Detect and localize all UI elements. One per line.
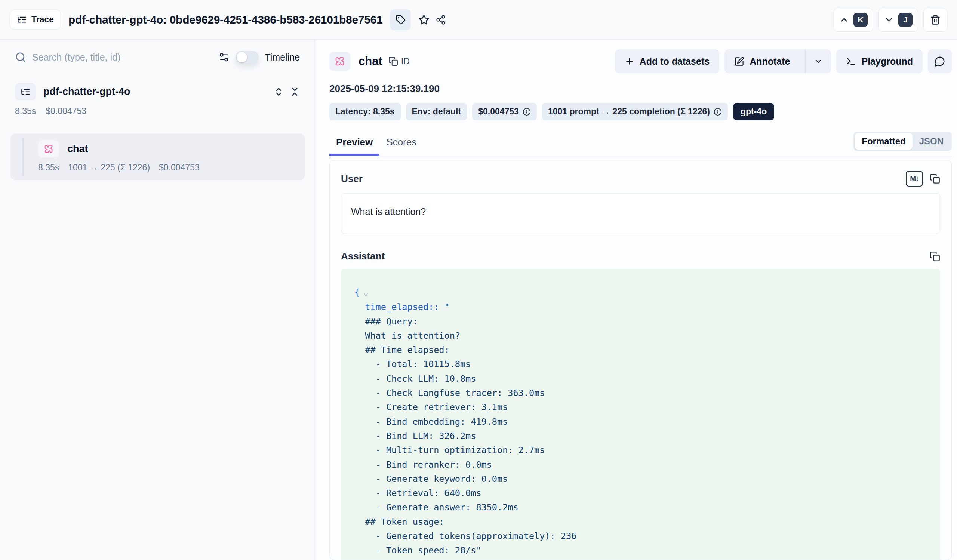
detail-tabs: Preview Scores Formatted JSON (329, 132, 952, 156)
generation-chip (329, 52, 350, 71)
tag-icon (395, 14, 406, 25)
search-icon (15, 52, 26, 63)
annotate-dropdown-button[interactable] (805, 49, 831, 73)
annotate-label: Annotate (750, 56, 790, 67)
generation-latency: 8.35s (38, 162, 59, 173)
format-option-json[interactable]: JSON (913, 133, 950, 150)
assistant-code: {⌄ time_elapsed:: " ### Query: What is a… (341, 269, 940, 560)
comments-button[interactable] (928, 49, 952, 73)
code-line: - Check Langfuse tracer: 363.0ms (354, 386, 927, 400)
user-section-header: User M↓ (341, 171, 940, 186)
page-title: pdf-chatter-gpt-4o: 0bde9629-4251-4386-b… (68, 13, 382, 26)
generation-tokens: 1001 → 225 (Σ 1226) (68, 162, 150, 173)
trace-tree-sidebar: Timeline pdf-chatter-gpt-4o (0, 39, 315, 560)
trash-icon (930, 14, 941, 25)
add-to-datasets-label: Add to datasets (640, 56, 710, 67)
code-line: - Generate answer: 8350.2ms (354, 500, 927, 514)
view-settings-icon[interactable] (218, 52, 229, 63)
previous-trace-button[interactable]: K (834, 8, 873, 32)
info-icon[interactable] (714, 108, 722, 116)
chevron-down-icon (884, 15, 894, 25)
tree-node-trace[interactable]: pdf-chatter-gpt-4o (10, 83, 305, 100)
code-line: - Token speed: 28/s" (354, 543, 927, 557)
copy-icon (388, 57, 398, 66)
code-line: time_elapsed:: " (354, 300, 927, 314)
copy-icon[interactable] (930, 174, 940, 184)
delete-trace-button[interactable] (923, 8, 947, 32)
collapse-all-icon[interactable] (290, 87, 300, 97)
observation-detail-panel: chat ID Add to datasets (315, 39, 957, 560)
trace-node-metrics: 8.35s $0.004753 (10, 106, 305, 116)
chevron-down-icon (814, 57, 823, 66)
annotate-button[interactable]: Annotate (725, 49, 800, 73)
trace-navigation: K J (834, 8, 947, 32)
add-to-datasets-button[interactable]: Add to datasets (615, 49, 720, 73)
code-line: ### Query: (354, 314, 927, 329)
code-line: - Multi-turn optimization: 2.7ms (354, 443, 927, 457)
generation-node-metrics: 8.35s 1001 → 225 (Σ 1226) $0.004753 (38, 162, 298, 173)
generation-node-label: chat (67, 143, 88, 155)
trace-tree: pdf-chatter-gpt-4o 8.35s $0.004753 (10, 83, 305, 180)
trace-node-chip (15, 83, 36, 100)
terminal-icon (846, 57, 856, 66)
trace-latency: 8.35s (15, 106, 36, 116)
list-tree-icon (21, 87, 31, 97)
observation-title: chat (358, 55, 382, 68)
code-line: - Generated tokens(approximately): 236 (354, 529, 927, 543)
list-tree-icon (17, 14, 27, 25)
expand-all-icon[interactable] (274, 87, 284, 97)
playground-button[interactable]: Playground (836, 49, 922, 73)
code-line: ## Token usage: (354, 515, 927, 529)
code-line: - Total: 10115.8ms (354, 357, 927, 371)
markdown-toggle-icon[interactable]: M↓ (906, 171, 923, 186)
observation-timestamp: 2025-05-09 12:15:39.190 (329, 83, 952, 95)
code-line: - Retrieval: 640.0ms (354, 486, 927, 500)
shortcut-key-j: J (898, 13, 913, 27)
copy-id-button[interactable]: ID (388, 57, 410, 66)
playground-label: Playground (861, 56, 913, 67)
assistant-section-header: Assistant (341, 251, 940, 262)
chevron-up-icon (839, 15, 849, 25)
timeline-toggle[interactable] (235, 51, 259, 63)
plus-icon (625, 57, 634, 66)
io-preview-container: User M↓ What is attention? Assistant (329, 160, 952, 560)
code-line: - Generate keyword: 0.0ms (354, 472, 927, 486)
code-line: What is attention? (354, 329, 927, 343)
share-button[interactable] (436, 14, 446, 25)
model-badge[interactable]: gpt-4o (733, 103, 774, 120)
code-line: - Bind embedding: 419.8ms (354, 415, 927, 429)
next-trace-button[interactable]: J (878, 8, 918, 32)
tree-node-chat-selected[interactable]: chat 8.35s 1001 → 225 (Σ 1226) $0.004753 (11, 134, 305, 180)
trace-type-chip: Trace (10, 10, 61, 30)
code-line: - Create retriever: 3.1ms (354, 400, 927, 414)
code-line: created_at: 1746818147.5406192 (354, 558, 927, 560)
latency-badge: Latency: 8.35s (329, 103, 401, 120)
info-icon[interactable] (523, 108, 531, 116)
code-line: {⌄ (354, 285, 927, 300)
generation-fan-icon (334, 56, 346, 67)
observation-header: chat ID Add to datasets (329, 49, 952, 73)
generation-node-chip (38, 140, 59, 158)
user-message-content: What is attention? (341, 193, 940, 234)
token-usage-badge: 1001 prompt → 225 completion (Σ 1226) (542, 103, 728, 120)
shortcut-key-k: K (853, 13, 868, 27)
tag-button[interactable] (390, 9, 411, 30)
topbar: Trace pdf-chatter-gpt-4o: 0bde9629-4251-… (0, 0, 957, 39)
share-icon (436, 14, 446, 25)
code-line: - Bind reranker: 0.0ms (354, 457, 927, 472)
trace-node-label: pdf-chatter-gpt-4o (43, 86, 130, 98)
star-button[interactable] (418, 14, 430, 25)
id-label: ID (401, 57, 410, 66)
tab-scores[interactable]: Scores (379, 134, 423, 156)
user-section-title: User (341, 173, 363, 185)
search-input[interactable] (32, 52, 212, 63)
cost-badge: $0.004753 (472, 103, 537, 120)
generation-fan-icon (43, 144, 54, 154)
annotate-split-button: Annotate (725, 49, 831, 73)
tab-preview[interactable]: Preview (329, 134, 379, 156)
copy-icon[interactable] (930, 251, 940, 262)
assistant-section-title: Assistant (341, 251, 385, 262)
collapse-json-chevron-icon[interactable]: ⌄ (363, 288, 368, 297)
code-line: - Check LLM: 10.8ms (354, 372, 927, 386)
format-option-formatted[interactable]: Formatted (855, 133, 912, 150)
